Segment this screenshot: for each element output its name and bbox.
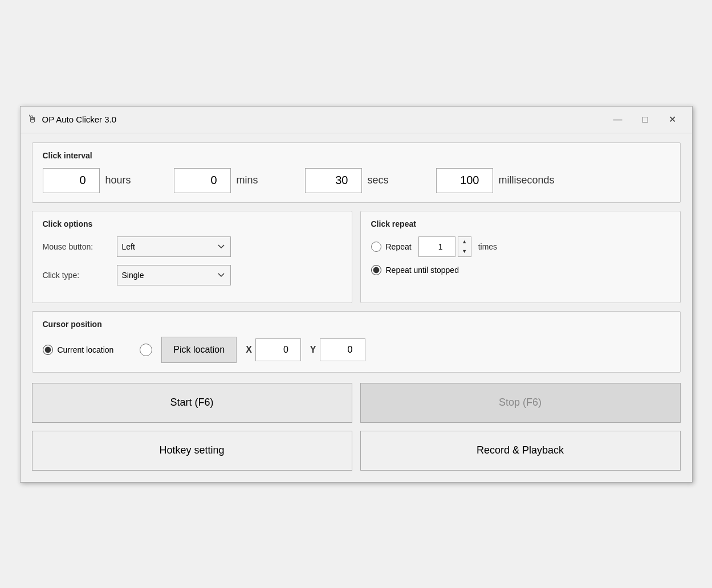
times-label: times [478, 242, 497, 251]
secs-label: secs [368, 174, 430, 186]
repeat-until-stopped-text: Repeat until stopped [386, 266, 459, 275]
maximize-button[interactable]: □ [633, 111, 658, 128]
y-input[interactable] [320, 338, 365, 361]
record-button[interactable]: Record & Playback [360, 431, 681, 471]
minimize-button[interactable]: — [605, 111, 630, 128]
x-label: X [246, 345, 252, 355]
mouse-button-row: Mouse button: Left Right Middle [43, 236, 341, 257]
hotkey-button[interactable]: Hotkey setting [32, 431, 352, 471]
middle-row: Click options Mouse button: Left Right M… [32, 211, 681, 303]
app-title: OP Auto Clicker 3.0 [42, 115, 601, 124]
spinner-down-button[interactable]: ▼ [458, 247, 471, 256]
window-controls: — □ ✕ [605, 111, 685, 128]
action-buttons-grid: Start (F6) Stop (F6) Hotkey setting Reco… [32, 383, 681, 471]
click-type-select[interactable]: Single Double [117, 265, 231, 285]
content-area: Click interval hours mins secs milliseco… [21, 133, 692, 482]
click-options-section: Click options Mouse button: Left Right M… [32, 211, 352, 303]
secs-input[interactable] [305, 168, 362, 193]
ms-input[interactable] [436, 168, 493, 193]
click-interval-title: Click interval [43, 151, 670, 160]
mins-label: mins [237, 174, 299, 186]
ms-label: milliseconds [499, 174, 562, 186]
pick-location-radio[interactable] [140, 344, 152, 356]
click-repeat-section: Click repeat Repeat ▲ ▼ times [360, 211, 681, 303]
repeat-until-stopped-radio[interactable] [371, 265, 381, 275]
mouse-button-select[interactable]: Left Right Middle [117, 236, 231, 257]
repeat-radio-label[interactable]: Repeat [371, 242, 412, 252]
y-coord-group: Y [310, 338, 365, 361]
title-bar: 🖱 OP Auto Clicker 3.0 — □ ✕ [21, 107, 692, 133]
y-label: Y [310, 345, 316, 355]
cursor-position-section: Cursor position Current location Pick lo… [32, 311, 681, 373]
spinner-buttons: ▲ ▼ [458, 236, 471, 257]
main-window: 🖱 OP Auto Clicker 3.0 — □ ✕ Click interv… [20, 106, 693, 483]
repeat-times-input[interactable] [418, 236, 455, 257]
repeat-row: Repeat ▲ ▼ times [371, 236, 670, 257]
hours-input[interactable] [43, 168, 100, 193]
repeat-radio[interactable] [371, 242, 381, 252]
spinner-up-button[interactable]: ▲ [458, 237, 471, 247]
start-button[interactable]: Start (F6) [32, 383, 352, 423]
x-coord-group: X [246, 338, 301, 361]
mins-input[interactable] [174, 168, 231, 193]
cursor-row: Current location Pick location X Y [43, 337, 670, 363]
click-type-label: Click type: [43, 271, 117, 280]
current-location-label[interactable]: Current location [43, 345, 114, 355]
repeat-until-stopped-row: Repeat until stopped [371, 265, 670, 275]
current-location-text: Current location [58, 345, 114, 354]
interval-row: hours mins secs milliseconds [43, 168, 670, 193]
click-type-row: Click type: Single Double [43, 265, 341, 285]
app-icon: 🖱 [27, 113, 38, 125]
hours-label: hours [105, 174, 168, 186]
spinner-group: ▲ ▼ [418, 236, 471, 257]
stop-button[interactable]: Stop (F6) [360, 383, 681, 423]
current-location-radio[interactable] [43, 345, 53, 355]
click-repeat-title: Click repeat [371, 219, 670, 228]
cursor-position-title: Cursor position [43, 320, 670, 329]
click-interval-section: Click interval hours mins secs milliseco… [32, 142, 681, 203]
repeat-until-stopped-label[interactable]: Repeat until stopped [371, 265, 459, 275]
pick-location-button[interactable]: Pick location [161, 337, 237, 363]
click-options-title: Click options [43, 219, 341, 228]
mouse-button-label: Mouse button: [43, 242, 117, 251]
repeat-label: Repeat [386, 242, 412, 251]
x-input[interactable] [255, 338, 301, 361]
close-button[interactable]: ✕ [660, 111, 685, 128]
